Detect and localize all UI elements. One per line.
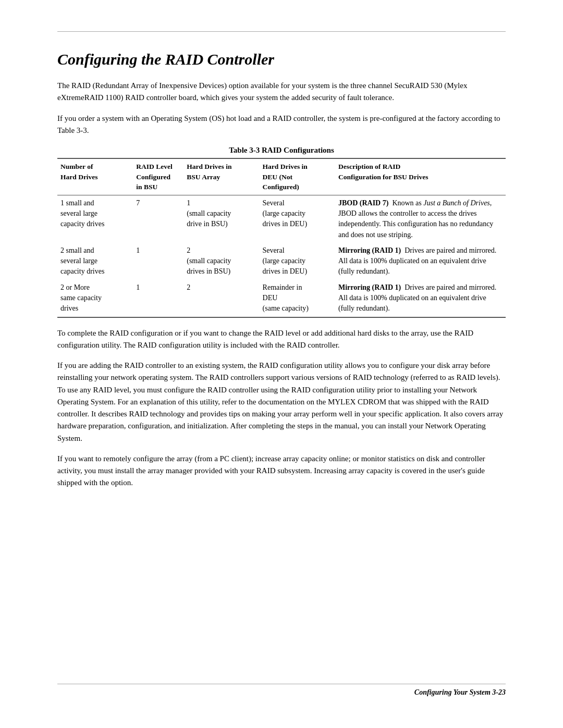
raid-configurations-table: Number ofHard Drives RAID LevelConfigure…: [57, 158, 506, 318]
row3-deu: Remainder in DEU (same capacity): [260, 280, 335, 317]
row3-num-drives: 2 or More same capacity drives: [57, 280, 133, 317]
table-caption: Table 3-3 RAID Configurations: [57, 146, 506, 155]
table-row: 1 small and several large capacity drive…: [57, 195, 506, 243]
row1-num-drives: 1 small and several large capacity drive…: [57, 195, 133, 243]
row3-raid-level: 1: [133, 280, 183, 317]
row1-description: JBOD (RAID 7) Known as Just a Bunch of D…: [335, 195, 506, 243]
intro-paragraph-2: If you order a system with an Operating …: [57, 113, 506, 137]
col-header-description: Description of RAIDConfiguration for BSU…: [335, 158, 506, 195]
row1-bsu-array: 1 (small capacity drive in BSU): [183, 195, 259, 243]
table-row: 2 small and several large capacity drive…: [57, 243, 506, 280]
row3-description: Mirroring (RAID 1) Drives are paired and…: [335, 280, 506, 317]
page-title: Configuring the RAID Controller: [57, 51, 506, 68]
body-paragraph-3: If you want to remotely configure the ar…: [57, 453, 506, 489]
table-row: 2 or More same capacity drives 1 2 Remai…: [57, 280, 506, 317]
row2-deu: Several (large capacity drives in DEU): [260, 243, 335, 280]
footer-right-text: Configuring Your System 3-23: [414, 688, 506, 697]
row1-deu: Several (large capacity drives in DEU): [260, 195, 335, 243]
row2-description: Mirroring (RAID 1) Drives are paired and…: [335, 243, 506, 280]
top-rule: [57, 31, 506, 32]
col-header-raid-level: RAID LevelConfiguredin BSU: [133, 158, 183, 195]
footer: Configuring Your System 3-23: [57, 684, 506, 697]
col-header-bsu-array: Hard Drives inBSU Array: [183, 158, 259, 195]
row2-bsu-array: 2 (small capacity drives in BSU): [183, 243, 259, 280]
col-header-deu: Hard Drives inDEU (NotConfigured): [260, 158, 335, 195]
body-paragraph-1: To complete the RAID configuration or if…: [57, 327, 506, 352]
body-paragraph-2: If you are adding the RAID controller to…: [57, 360, 506, 445]
row3-bsu-array: 2: [183, 280, 259, 317]
row2-raid-level: 1: [133, 243, 183, 280]
page: Configuring the RAID Controller The RAID…: [0, 0, 563, 728]
row1-raid-level: 7: [133, 195, 183, 243]
row2-num-drives: 2 small and several large capacity drive…: [57, 243, 133, 280]
col-header-num-drives: Number ofHard Drives: [57, 158, 133, 195]
intro-paragraph-1: The RAID (Redundant Array of Inexpensive…: [57, 80, 506, 104]
